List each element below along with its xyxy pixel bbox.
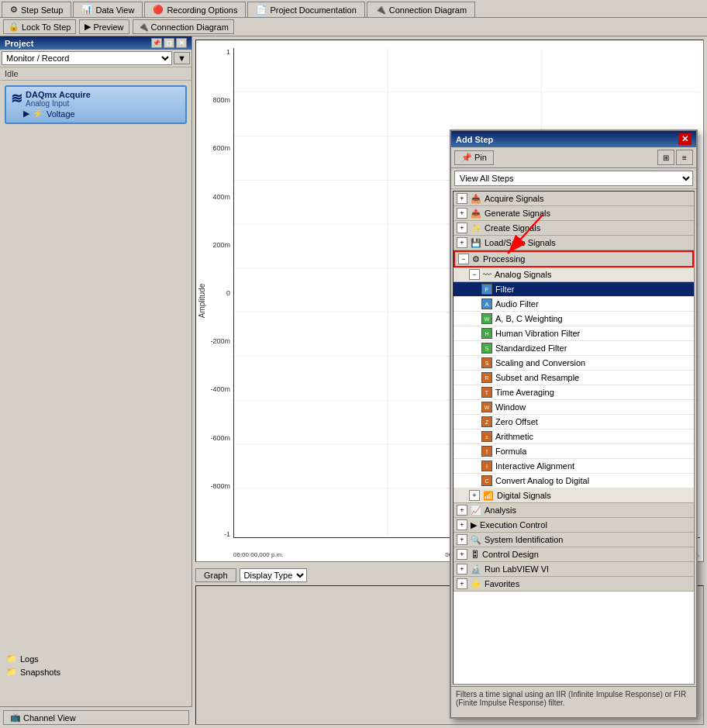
control-icon: 🎛 xyxy=(471,550,479,559)
view-all-steps-row: View All Steps xyxy=(451,168,696,189)
daqmx-subtree: ▶ ⚡ Voltage xyxy=(20,108,181,119)
snapshots-item[interactable]: 📁 Snapshots xyxy=(3,665,189,678)
favorites-header[interactable]: + ⭐ Favorites xyxy=(454,577,694,592)
view-all-steps-dropdown[interactable]: View All Steps xyxy=(454,171,693,186)
display-type-dropdown[interactable]: Display Type xyxy=(240,568,307,582)
generate-icon: 📤 xyxy=(471,209,481,219)
arithmetic-icon: ± xyxy=(481,431,492,442)
panel-close-btn[interactable]: ✕ xyxy=(176,38,187,48)
load-save-signals-header[interactable]: + 💾 Load/Save Signals xyxy=(454,236,694,250)
main-container: ⚙ Step Setup 📊 Data View 🔴 Recording Opt… xyxy=(0,0,707,728)
content-area: Project 📌 ◻ ✕ Monitor / Record ▼ Idle ≋ xyxy=(0,36,707,728)
abc-weighting-icon: W xyxy=(481,313,492,324)
control-design-header[interactable]: + 🎛 Control Design xyxy=(454,547,694,562)
scaling-conversion-leaf[interactable]: S Scaling and Conversion xyxy=(454,356,694,371)
human-vibration-leaf[interactable]: H Human Vibration Filter xyxy=(454,326,694,341)
analog-icon: 〰 xyxy=(483,270,491,279)
snapshots-folder-icon: 📁 xyxy=(6,667,17,677)
logs-folder-icon: 📁 xyxy=(6,654,17,664)
channel-view-icon: 📺 xyxy=(10,712,21,723)
execution-control-header[interactable]: + ▶ Execution Control xyxy=(454,518,694,533)
standardized-filter-icon: S xyxy=(481,343,492,354)
generate-signals-header[interactable]: + 📤 Generate Signals xyxy=(454,206,694,221)
digital-signals-header[interactable]: + 📶 Digital Signals xyxy=(454,488,694,503)
tab-recording-options[interactable]: 🔴 Recording Options xyxy=(144,2,246,17)
control-expand-icon: + xyxy=(457,549,467,560)
connection-diagram-button[interactable]: 🔌 Connection Diagram xyxy=(133,19,234,34)
run-labview-header[interactable]: + 🔬 Run LabVIEW VI xyxy=(454,562,694,577)
window-leaf[interactable]: W Window xyxy=(454,400,694,415)
system-id-header[interactable]: + 🔍 System Identification xyxy=(454,533,694,547)
idle-status: Idle xyxy=(0,67,191,81)
abc-weighting-leaf[interactable]: W A, B, C Weighting xyxy=(454,312,694,326)
zero-offset-icon: Z xyxy=(481,416,492,427)
generate-expand-icon: + xyxy=(457,208,467,219)
dialog-icon-btn-2[interactable]: ≡ xyxy=(676,150,693,165)
sysid-icon: 🔍 xyxy=(471,535,481,545)
exec-expand-icon: + xyxy=(457,519,467,530)
dialog-icon-btn-1[interactable]: ⊞ xyxy=(657,150,674,165)
interactive-alignment-leaf[interactable]: I Interactive Alignment xyxy=(454,459,694,474)
pin-button[interactable]: 📌 Pin xyxy=(454,150,494,165)
arithmetic-leaf[interactable]: ± Arithmetic xyxy=(454,430,694,444)
sysid-expand-icon: + xyxy=(457,534,467,545)
formula-leaf[interactable]: f Formula xyxy=(454,444,694,459)
analysis-expand-icon: + xyxy=(457,505,467,516)
tab-step-setup[interactable]: ⚙ Step Setup xyxy=(2,2,71,17)
dropdown-arrow[interactable]: ▼ xyxy=(174,52,190,64)
panel-pin-btn[interactable]: 📌 xyxy=(151,38,162,48)
load-save-icon: 💾 xyxy=(471,238,481,248)
create-expand-icon: + xyxy=(457,223,467,233)
acquire-signals-header[interactable]: + 📥 Acquire Signals xyxy=(454,191,694,206)
channel-view-area: 📺 Channel View xyxy=(0,706,192,728)
labview-icon: 🔬 xyxy=(471,564,481,574)
step-setup-icon: ⚙ xyxy=(10,5,18,15)
bottom-tree: 📁 Logs 📁 Snapshots xyxy=(0,649,192,681)
zero-offset-leaf[interactable]: Z Zero Offset xyxy=(454,415,694,430)
convert-analog-digital-leaf[interactable]: C Convert Analog to Digital xyxy=(454,474,694,488)
lock-to-step-button[interactable]: 🔒 Lock To Step xyxy=(3,19,76,34)
channel-view-tab[interactable]: 📺 Channel View xyxy=(3,710,189,725)
doc-icon: 📄 xyxy=(256,5,267,15)
preview-icon: ▶ xyxy=(84,22,91,32)
panel-float-btn[interactable]: ◻ xyxy=(164,38,174,48)
daqmx-label: DAQmx Acquire xyxy=(26,90,91,99)
dialog-tree[interactable]: + 📥 Acquire Signals + 📤 Generate Signals… xyxy=(453,191,695,685)
logs-item[interactable]: 📁 Logs xyxy=(3,652,189,665)
filter-leaf[interactable]: F Filter xyxy=(454,282,694,297)
monitor-record-dropdown[interactable]: Monitor / Record xyxy=(2,51,172,65)
exec-icon: ▶ xyxy=(471,520,477,530)
dialog-title-text: Add Step xyxy=(456,135,493,144)
tab-project-documentation[interactable]: 📄 Project Documentation xyxy=(247,2,364,17)
acquire-expand-icon: + xyxy=(457,193,467,204)
dialog-icon-buttons: ⊞ ≡ xyxy=(657,150,693,165)
lock-icon: 🔒 xyxy=(9,22,19,32)
analog-signals-header[interactable]: − 〰 Analog Signals xyxy=(454,267,694,282)
favorites-expand-icon: + xyxy=(457,578,467,589)
daqmx-acquire-block[interactable]: ≋ DAQmx Acquire Analog Input ▶ ⚡ Voltage xyxy=(5,85,187,124)
daqmx-inner: ≋ DAQmx Acquire Analog Input xyxy=(11,90,181,108)
favorites-icon: ⭐ xyxy=(471,579,481,589)
analog-expand-icon: − xyxy=(469,269,480,280)
analysis-header[interactable]: + 📈 Analysis xyxy=(454,503,694,518)
dialog-close-button[interactable]: ✕ xyxy=(678,133,691,145)
time-averaging-leaf[interactable]: T Time Averaging xyxy=(454,385,694,400)
dialog-toolbar: 📌 Pin ⊞ ≡ xyxy=(451,147,696,168)
digital-icon: 📶 xyxy=(483,491,494,501)
graph-button[interactable]: Graph xyxy=(195,568,236,582)
create-signals-header[interactable]: + ✨ Create Signals xyxy=(454,221,694,236)
voltage-icon: ⚡ xyxy=(33,109,43,119)
preview-button[interactable]: ▶ Preview xyxy=(79,19,129,34)
daqmx-text: DAQmx Acquire Analog Input xyxy=(26,90,91,108)
standardized-filter-leaf[interactable]: S Standardized Filter xyxy=(454,341,694,356)
audio-filter-leaf[interactable]: A Audio Filter xyxy=(454,297,694,312)
tab-data-view[interactable]: 📊 Data View xyxy=(73,2,143,17)
load-save-expand-icon: + xyxy=(457,237,467,248)
processing-header[interactable]: − ⚙ Processing xyxy=(454,250,694,267)
top-tab-bar: ⚙ Step Setup 📊 Data View 🔴 Recording Opt… xyxy=(0,0,707,18)
formula-icon: f xyxy=(481,446,492,457)
subset-resample-leaf[interactable]: R Subset and Resample xyxy=(454,371,694,385)
voltage-item[interactable]: ▶ ⚡ Voltage xyxy=(20,108,181,119)
daqmx-subtitle: Analog Input xyxy=(26,99,91,108)
tab-connection-diagram[interactable]: 🔌 Connection Diagram xyxy=(367,2,475,17)
